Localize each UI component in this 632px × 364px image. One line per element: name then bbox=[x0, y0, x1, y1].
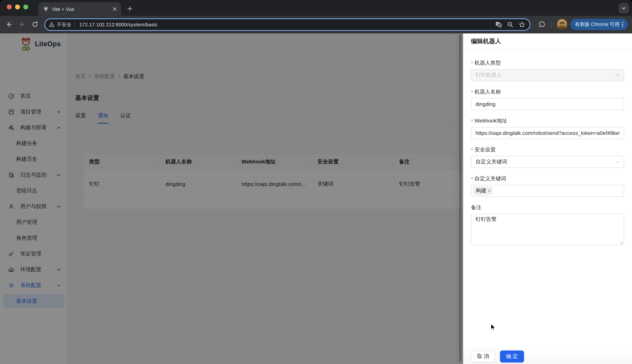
chrome-update-chip[interactable]: 有新版 Chrome 可用 bbox=[570, 19, 628, 30]
security-setting-select[interactable]: 自定义关键词 bbox=[471, 156, 624, 168]
keyword-tag: 构建 bbox=[473, 186, 493, 195]
new-tab-button[interactable] bbox=[125, 4, 135, 14]
toolbar-divider bbox=[551, 21, 552, 28]
address-bar[interactable]: 不安全 172.17.102.212:8000/system/basic G 文 bbox=[44, 18, 530, 31]
field-robot-name: *机器人名称 dingding bbox=[471, 88, 624, 110]
kebab-menu-icon[interactable] bbox=[622, 22, 623, 27]
page-scrollbar[interactable] bbox=[459, 34, 461, 362]
chip-divider bbox=[75, 22, 75, 28]
browser-toolbar: 不安全 172.17.102.212:8000/system/basic G 文 bbox=[0, 16, 632, 34]
drawer-footer: 取 消 确 定 bbox=[463, 348, 632, 364]
robot-type-select: 钉钉机器人 bbox=[471, 69, 624, 81]
macos-zoom-button[interactable] bbox=[23, 4, 28, 10]
edit-robot-drawer: 编辑机器人 *机器人类型 钉钉机器人 *机器人名称 dingding bbox=[463, 34, 632, 364]
screen: Vite + Vue bbox=[0, 0, 632, 364]
not-secure-warning-icon[interactable] bbox=[49, 22, 55, 28]
required-asterisk: * bbox=[471, 176, 473, 182]
drawer-body: *机器人类型 钉钉机器人 *机器人名称 dingding *Webhook地址 bbox=[463, 50, 632, 348]
cancel-button[interactable]: 取 消 bbox=[471, 350, 495, 362]
security-chip-label[interactable]: 不安全 bbox=[57, 21, 72, 28]
tab-strip: Vite + Vue bbox=[0, 0, 632, 16]
chevron-down-icon bbox=[615, 73, 619, 78]
chevron-down-icon bbox=[615, 160, 619, 164]
mouse-cursor bbox=[491, 324, 496, 331]
field-remark: 备注 钉钉告警 bbox=[471, 204, 624, 245]
bookmark-star-icon[interactable] bbox=[519, 22, 525, 28]
reload-button[interactable] bbox=[29, 18, 41, 31]
url-text[interactable]: 172.17.102.212:8000/system/basic bbox=[79, 22, 495, 28]
svg-text:文: 文 bbox=[499, 24, 501, 27]
webhook-input[interactable]: https://oapi.dingtalk.com/robot/send?acc… bbox=[471, 127, 624, 139]
chrome-update-label: 有新版 Chrome 可用 bbox=[575, 21, 619, 28]
tab-search-button[interactable] bbox=[618, 3, 629, 14]
tab-title: Vite + Vue bbox=[52, 6, 111, 12]
keywords-tag-input[interactable]: 构建 bbox=[471, 185, 624, 197]
macos-close-button[interactable] bbox=[7, 4, 12, 10]
required-asterisk: * bbox=[471, 90, 473, 95]
remark-textarea[interactable]: 钉钉告警 bbox=[471, 214, 624, 245]
field-webhook: *Webhook地址 https://oapi.dingtalk.com/rob… bbox=[471, 117, 624, 139]
required-asterisk: * bbox=[471, 118, 473, 124]
back-button[interactable] bbox=[3, 18, 16, 31]
forward-button[interactable] bbox=[16, 18, 28, 31]
zoom-out-icon[interactable] bbox=[507, 22, 514, 28]
app-page: LiteOps 首页 项目管理 构建与部署 bbox=[0, 34, 632, 364]
profile-avatar[interactable] bbox=[557, 19, 567, 30]
robot-name-input[interactable]: dingding bbox=[471, 98, 624, 110]
translate-icon[interactable]: G 文 bbox=[495, 22, 502, 28]
confirm-button[interactable]: 确 定 bbox=[500, 350, 524, 362]
extensions-puzzle-icon[interactable] bbox=[535, 18, 548, 31]
tag-close-icon[interactable] bbox=[488, 189, 491, 192]
browser-tab[interactable]: Vite + Vue bbox=[38, 2, 121, 16]
browser-window: Vite + Vue bbox=[0, 0, 632, 364]
resize-handle-icon[interactable] bbox=[619, 241, 623, 244]
field-security-setting: *安全设置 自定义关键词 bbox=[471, 146, 624, 168]
vite-favicon-icon bbox=[43, 6, 49, 12]
field-custom-keywords: *自定义关键词 构建 bbox=[471, 175, 624, 197]
field-robot-type: *机器人类型 钉钉机器人 bbox=[471, 59, 624, 81]
required-asterisk: * bbox=[471, 60, 473, 66]
macos-minimize-button[interactable] bbox=[15, 4, 20, 10]
drawer-title: 编辑机器人 bbox=[463, 34, 632, 50]
required-asterisk: * bbox=[471, 147, 473, 152]
tab-close-icon[interactable] bbox=[111, 6, 118, 12]
